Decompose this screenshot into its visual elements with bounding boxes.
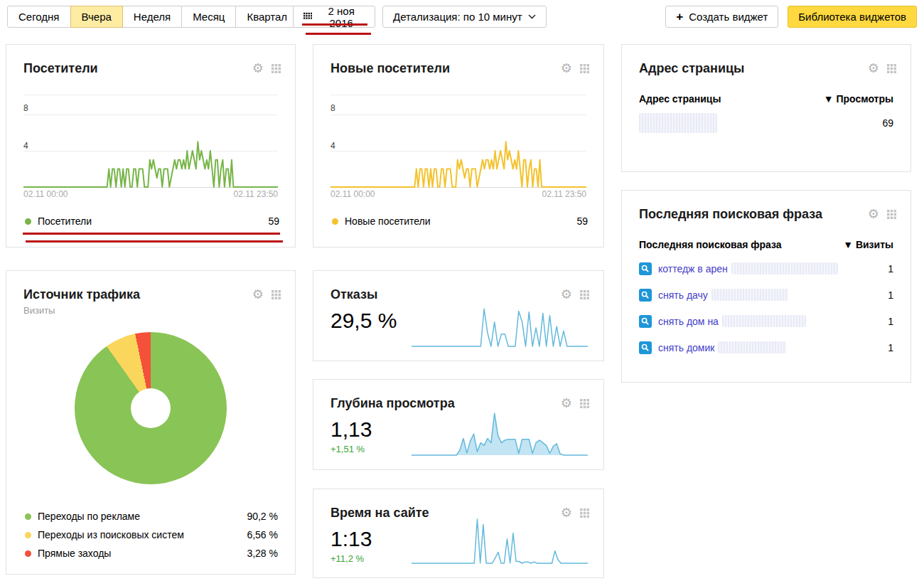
legend-label: Переходы по рекламе xyxy=(38,511,140,522)
search-phrase-link[interactable]: снять дом на xyxy=(658,316,719,327)
drag-grid-icon[interactable] xyxy=(887,64,896,73)
detalization-label: Детализация: по 10 минут xyxy=(393,11,522,23)
annotation-red-underline xyxy=(23,233,280,235)
drag-grid-icon[interactable] xyxy=(580,64,589,73)
widget-title: Последняя поисковая фраза xyxy=(639,206,893,222)
period-switcher: Сегодня Вчера Неделя Месяц Квартал Год xyxy=(7,6,338,28)
widget-title: Адрес страницы xyxy=(639,60,893,76)
toolbar-right-group: + Создать виджет Библиотека виджетов xyxy=(665,6,917,28)
gear-icon[interactable]: ⚙ xyxy=(868,208,879,220)
gear-icon[interactable]: ⚙ xyxy=(561,62,572,75)
drag-grid-icon[interactable] xyxy=(580,399,589,408)
legend-label: Новые посетители xyxy=(345,215,431,227)
period-week[interactable]: Неделя xyxy=(122,6,182,28)
legend-row: Прямые заходы 3,28 % xyxy=(25,544,278,563)
search-phrase-link[interactable]: снять дачу xyxy=(658,289,708,301)
widget-library-label: Библиотека виджетов xyxy=(798,11,906,23)
gear-icon[interactable]: ⚙ xyxy=(561,506,572,519)
gear-icon[interactable]: ⚙ xyxy=(561,397,572,410)
drag-grid-icon[interactable] xyxy=(272,290,281,299)
legend-value: 59 xyxy=(268,215,279,227)
search-icon[interactable] xyxy=(639,262,652,275)
search-phrase-link[interactable]: снять домик xyxy=(658,342,714,353)
widget-page-depth: Глубина просмотра ⚙ 1,13 +1,51 % xyxy=(313,379,604,470)
visits-value: 1 xyxy=(888,342,893,353)
search-icon[interactable] xyxy=(639,341,652,354)
search-icon[interactable] xyxy=(639,289,652,302)
legend-value: 90,2 % xyxy=(247,511,278,522)
search-phrase-row: снять дом на 1 xyxy=(639,308,893,334)
x-axis-end: 02.11 23:50 xyxy=(233,189,278,199)
gear-icon[interactable]: ⚙ xyxy=(252,62,264,75)
widget-title: Посетители xyxy=(23,60,278,76)
legend-label: Прямые заходы xyxy=(38,548,111,559)
column-header-visits-sort[interactable]: ▼ Визиты xyxy=(843,239,893,250)
period-yesterday[interactable]: Вчера xyxy=(70,6,123,28)
drag-grid-icon[interactable] xyxy=(580,508,589,518)
search-phrase-link[interactable]: коттедж в арен xyxy=(658,263,728,275)
traffic-donut-chart[interactable] xyxy=(75,332,227,484)
legend-label: Посетители xyxy=(38,215,92,227)
widget-library-button[interactable]: Библиотека виджетов xyxy=(788,6,917,28)
drag-grid-icon[interactable] xyxy=(272,64,281,73)
new-visitors-chart-area: 8 4 xyxy=(331,95,586,187)
widget-subtitle: Визиты xyxy=(23,305,278,316)
legend-dot xyxy=(332,218,338,225)
time-sparkline[interactable] xyxy=(412,519,588,563)
column-header-phrase: Последняя поисковая фраза xyxy=(639,239,782,250)
column-header-views-sort[interactable]: ▼ Просмотры xyxy=(824,93,893,105)
widget-title: Время на сайте xyxy=(331,505,586,521)
create-widget-button[interactable]: + Создать виджет xyxy=(665,6,778,28)
blurred-phrase-text xyxy=(718,341,786,353)
legend-dot xyxy=(25,218,31,225)
x-axis-start: 02.11 00:00 xyxy=(331,189,375,199)
drag-grid-icon[interactable] xyxy=(580,290,589,299)
widget-title: Новые посетители xyxy=(331,60,586,76)
visitors-line-chart[interactable] xyxy=(23,114,278,187)
blurred-phrase-text xyxy=(711,289,788,301)
legend-row: Переходы из поисковых систем 6,56 % xyxy=(25,526,278,544)
new-visitors-line-chart[interactable] xyxy=(331,114,586,187)
create-widget-label: Создать виджет xyxy=(689,11,768,23)
visits-value: 1 xyxy=(888,289,893,301)
annotation-red-underline xyxy=(306,33,371,35)
widget-last-search-phrase: Последняя поисковая фраза ⚙ Последняя по… xyxy=(621,190,911,383)
legend-value: 59 xyxy=(576,215,588,227)
detalization-dropdown[interactable]: Детализация: по 10 минут xyxy=(382,6,547,28)
annotation-red-underline xyxy=(302,23,367,26)
search-icon[interactable] xyxy=(639,315,652,328)
widget-title: Источник трафика xyxy=(23,287,278,302)
gear-icon[interactable]: ⚙ xyxy=(868,62,879,75)
gear-icon[interactable]: ⚙ xyxy=(561,288,572,301)
table-row: 69 xyxy=(639,113,893,133)
widget-new-visitors: Новые посетители ⚙ 8 4 02.11 00:00 02.11… xyxy=(313,44,604,247)
annotation-red-underline xyxy=(26,240,283,243)
x-axis-end: 02.11 23:50 xyxy=(542,189,586,199)
search-phrase-row: снять дачу 1 xyxy=(639,282,893,308)
y-tick: 8 xyxy=(331,103,335,113)
depth-sparkline[interactable] xyxy=(412,411,588,455)
y-tick: 8 xyxy=(23,103,28,113)
views-value: 69 xyxy=(882,117,893,129)
bounces-sparkline[interactable] xyxy=(412,302,588,346)
legend-dot xyxy=(25,513,31,520)
legend-value: 3,28 % xyxy=(247,548,278,559)
gear-icon[interactable]: ⚙ xyxy=(252,288,264,301)
legend-row: Новые посетители 59 xyxy=(332,215,588,227)
search-phrase-row: снять домик 1 xyxy=(639,334,893,361)
widget-page-url: Адрес страницы ⚙ Адрес страницы ▼ Просмо… xyxy=(621,44,911,172)
legend-dot xyxy=(25,532,31,538)
drag-grid-icon[interactable] xyxy=(887,210,896,219)
legend-row: Переходы по рекламе 90,2 % xyxy=(25,507,278,526)
blurred-phrase-text xyxy=(731,262,838,275)
search-phrase-row: коттедж в арен 1 xyxy=(639,255,893,282)
period-quarter[interactable]: Квартал xyxy=(235,6,299,28)
widget-visitors: Посетители ⚙ 8 4 02.11 00:00 02.11 23:50… xyxy=(6,44,296,247)
widget-traffic-source: Источник трафика Визиты ⚙ Переходы по ре… xyxy=(6,270,296,575)
chevron-down-icon xyxy=(528,14,536,19)
period-month[interactable]: Месяц xyxy=(181,6,236,28)
period-today[interactable]: Сегодня xyxy=(7,6,71,28)
legend-dot xyxy=(25,550,31,557)
calendar-icon xyxy=(303,12,312,21)
visitors-chart-area: 8 4 xyxy=(23,95,278,187)
